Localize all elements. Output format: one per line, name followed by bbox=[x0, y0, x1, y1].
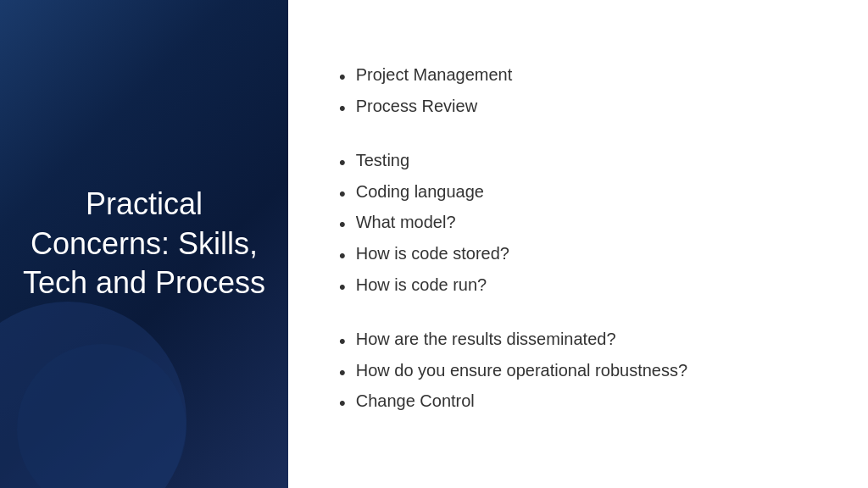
bullet-text: Process Review bbox=[356, 97, 477, 116]
list-item: • How is code stored? bbox=[339, 244, 817, 269]
bullet-icon: • bbox=[339, 213, 346, 237]
bullet-icon: • bbox=[339, 361, 346, 385]
left-panel: Practical Concerns: Skills, Tech and Pro… bbox=[0, 0, 288, 488]
bullet-icon: • bbox=[339, 330, 346, 354]
list-item: • Testing bbox=[339, 151, 817, 175]
list-item: • Project Management bbox=[339, 65, 817, 90]
bullet-icon: • bbox=[339, 182, 346, 207]
list-item: • How do you ensure operational robustne… bbox=[339, 361, 817, 385]
bullet-text: Testing bbox=[356, 151, 409, 170]
bullet-icon: • bbox=[339, 151, 346, 175]
bullet-icon: • bbox=[339, 65, 346, 90]
bullet-text: Change Control bbox=[356, 391, 475, 411]
list-item: • Process Review bbox=[339, 97, 817, 121]
bullet-list: • Project Management • Process Review • … bbox=[339, 65, 817, 423]
bullet-icon: • bbox=[339, 275, 346, 300]
list-item: • How is code run? bbox=[339, 275, 817, 300]
list-item: • What model? bbox=[339, 213, 817, 237]
bullet-text: Coding language bbox=[356, 182, 484, 202]
bullet-text: How is code run? bbox=[356, 275, 487, 295]
bullet-text: How do you ensure operational robustness… bbox=[356, 361, 687, 380]
bullet-text: Project Management bbox=[356, 65, 513, 85]
list-item: • Coding language bbox=[339, 182, 817, 207]
bullet-text: What model? bbox=[356, 213, 456, 232]
bullet-icon: • bbox=[339, 244, 346, 269]
bullet-text: How is code stored? bbox=[356, 244, 509, 263]
list-item: • Change Control bbox=[339, 391, 817, 416]
list-item: • How are the results disseminated? bbox=[339, 330, 817, 354]
slide-container: Practical Concerns: Skills, Tech and Pro… bbox=[0, 0, 868, 488]
spacer bbox=[339, 306, 817, 323]
bullet-icon: • bbox=[339, 391, 346, 416]
right-panel: • Project Management • Process Review • … bbox=[288, 0, 868, 488]
bullet-text: How are the results disseminated? bbox=[356, 330, 616, 349]
spacer bbox=[339, 127, 817, 144]
slide-title: Practical Concerns: Skills, Tech and Pro… bbox=[0, 168, 288, 320]
bullet-icon: • bbox=[339, 97, 346, 121]
